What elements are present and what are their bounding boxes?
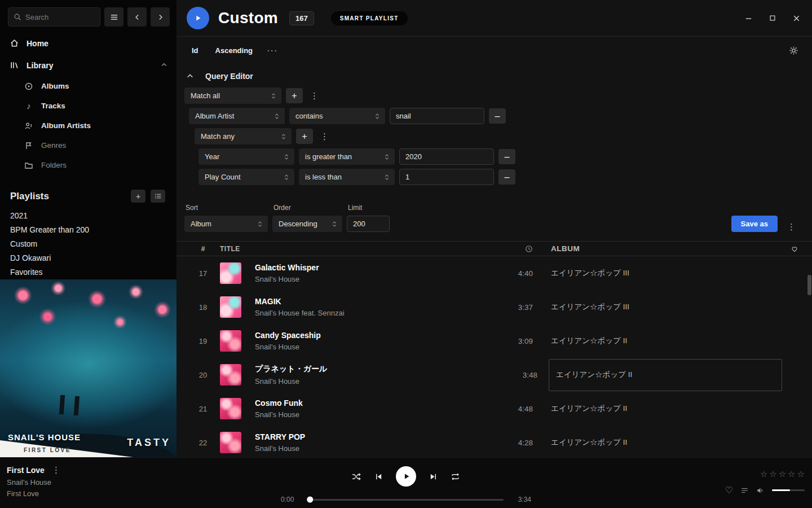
table-row[interactable]: 17 Galactic Whisper Snail's House 4:40 エ… bbox=[176, 256, 812, 290]
seek-handle[interactable] bbox=[307, 497, 313, 503]
search-box[interactable] bbox=[8, 7, 100, 27]
add-rule-button[interactable]: + bbox=[286, 88, 303, 103]
playlist-header: Custom 167 SMART PLAYLIST bbox=[176, 0, 812, 37]
track-duration: 3:37 bbox=[499, 303, 533, 312]
remove-rule-button[interactable]: – bbox=[498, 169, 515, 185]
minus-icon: – bbox=[505, 173, 510, 182]
track-album[interactable]: エイリアン☆ポップ II bbox=[551, 336, 782, 346]
column-album[interactable]: ALBUM bbox=[551, 244, 782, 253]
scrollbar-thumb[interactable] bbox=[807, 275, 811, 295]
column-number[interactable]: # bbox=[193, 245, 213, 253]
sort-order-button[interactable]: Ascending bbox=[215, 46, 253, 55]
playlist-item[interactable]: 2021 bbox=[0, 208, 176, 222]
now-playing-artwork[interactable]: SNAIL'S HOUSE FIRST LOVE TASTY bbox=[0, 279, 176, 457]
plus-icon: + bbox=[292, 91, 297, 100]
shuffle-button[interactable] bbox=[352, 472, 361, 481]
sidebar-item-label: Album Artists bbox=[41, 121, 91, 130]
playlist-list-button[interactable] bbox=[151, 190, 165, 203]
playlist-item[interactable]: BPM Greater than 200 bbox=[0, 222, 176, 237]
root-match-select[interactable]: Match all bbox=[184, 87, 281, 104]
column-favorite[interactable] bbox=[782, 245, 806, 253]
rule-value-input[interactable] bbox=[390, 108, 484, 124]
home-icon bbox=[9, 38, 19, 48]
rule-operator-select[interactable]: is greater than bbox=[299, 148, 395, 165]
play-pause-button[interactable] bbox=[396, 466, 416, 487]
track-album[interactable]: エイリアン☆ポップ III bbox=[551, 302, 782, 312]
rule-group-menu-button[interactable]: ⋮ bbox=[307, 91, 321, 101]
sidebar-item-label: Library bbox=[27, 61, 53, 70]
star-icon[interactable]: ☆ bbox=[769, 469, 776, 479]
column-title[interactable]: TITLE bbox=[220, 245, 499, 253]
sort-select[interactable]: Album bbox=[184, 216, 268, 232]
column-duration[interactable] bbox=[499, 245, 533, 253]
sidebar-item-library[interactable]: Library bbox=[0, 54, 176, 76]
play-playlist-button[interactable] bbox=[187, 7, 209, 29]
favorite-button[interactable]: ♡ bbox=[725, 485, 733, 496]
playlist-item[interactable]: Custom bbox=[0, 237, 176, 251]
track-album[interactable]: エイリアン☆ポップ II bbox=[551, 437, 782, 448]
table-row[interactable]: 19 Candy Spaceship Snail's House 3:09 エイ… bbox=[176, 324, 812, 358]
sidebar-item-genres[interactable]: Genres bbox=[0, 135, 176, 155]
save-as-button[interactable]: Save as bbox=[731, 216, 778, 232]
track-album-focused-cell[interactable]: エイリアン☆ポップ II bbox=[549, 359, 782, 391]
sidebar-item-tracks[interactable]: ♪ Tracks bbox=[0, 96, 176, 116]
sidebar-item-albums[interactable]: Albums bbox=[0, 76, 176, 96]
playlist-item[interactable]: DJ Okawari bbox=[0, 251, 176, 265]
star-icon[interactable]: ☆ bbox=[760, 469, 767, 479]
maximize-button[interactable] bbox=[769, 14, 776, 23]
query-rule-row: Album Artist contains – bbox=[176, 108, 812, 124]
sidebar-item-folders[interactable]: Folders bbox=[0, 155, 176, 175]
rule-value-input[interactable] bbox=[399, 148, 494, 165]
queue-button[interactable] bbox=[740, 487, 749, 494]
repeat-button[interactable] bbox=[451, 472, 460, 481]
volume-slider[interactable] bbox=[772, 489, 805, 491]
next-button[interactable] bbox=[429, 472, 438, 481]
rule-group-menu-button[interactable]: ⋮ bbox=[317, 132, 332, 142]
order-select[interactable]: Descending bbox=[272, 216, 342, 232]
track-album[interactable]: エイリアン☆ポップ II bbox=[551, 404, 782, 414]
rule-value-input[interactable] bbox=[399, 169, 494, 185]
limit-input[interactable] bbox=[347, 216, 390, 232]
save-menu-button[interactable]: ⋮ bbox=[784, 222, 798, 232]
nav-back-button[interactable] bbox=[127, 7, 147, 27]
chevron-up-icon[interactable] bbox=[161, 61, 167, 70]
star-icon[interactable]: ☆ bbox=[779, 469, 786, 479]
sidebar-item-home[interactable]: Home bbox=[0, 32, 176, 54]
track-count-badge: 167 bbox=[289, 11, 314, 25]
add-playlist-button[interactable]: + bbox=[131, 190, 145, 203]
add-rule-button[interactable]: + bbox=[296, 129, 313, 144]
collapse-query-editor-button[interactable] bbox=[186, 72, 194, 80]
rule-field-select[interactable]: Year bbox=[198, 148, 294, 165]
now-playing-title: First Love bbox=[7, 466, 45, 475]
rule-operator-select[interactable]: is less than bbox=[299, 169, 395, 185]
more-options-button[interactable]: ··· bbox=[267, 46, 278, 55]
seek-slider[interactable] bbox=[308, 499, 504, 501]
table-row[interactable]: 20 プラネット・ガール Snail's House 3:48 エイリアン☆ポッ… bbox=[176, 358, 812, 392]
menu-button[interactable] bbox=[104, 7, 123, 27]
now-playing-menu-button[interactable]: ⋮ bbox=[52, 465, 60, 475]
previous-button[interactable] bbox=[374, 472, 383, 481]
volume-icon[interactable] bbox=[756, 487, 765, 494]
playlist-item[interactable]: Favorites bbox=[0, 265, 176, 279]
rule-operator-select[interactable]: contains bbox=[289, 108, 385, 124]
star-icon[interactable]: ☆ bbox=[797, 469, 805, 479]
rule-field-select[interactable]: Album Artist bbox=[189, 108, 285, 124]
group-match-select[interactable]: Match any bbox=[195, 128, 292, 144]
table-row[interactable]: 21 Cosmo Funk Snail's House 4:48 エイリアン☆ポ… bbox=[176, 392, 812, 426]
nav-forward-button[interactable] bbox=[151, 7, 170, 27]
minimize-button[interactable] bbox=[744, 14, 753, 23]
remove-rule-button[interactable]: – bbox=[489, 108, 506, 124]
rule-field-select[interactable]: Play Count bbox=[198, 169, 294, 185]
now-playing-album: First Love bbox=[7, 489, 60, 498]
search-input[interactable] bbox=[25, 13, 95, 21]
close-button[interactable] bbox=[792, 14, 801, 23]
settings-button[interactable] bbox=[789, 46, 798, 55]
table-row[interactable]: 22 STARRY POP Snail's House 4:28 エイリアン☆ポ… bbox=[176, 426, 812, 457]
heart-icon bbox=[791, 245, 798, 253]
sort-field-button[interactable]: Id bbox=[192, 46, 198, 55]
sidebar-item-album-artists[interactable]: Album Artists bbox=[0, 116, 176, 135]
star-icon[interactable]: ☆ bbox=[788, 469, 795, 479]
track-album[interactable]: エイリアン☆ポップ III bbox=[551, 268, 782, 278]
table-row[interactable]: 18 MAGIK Snail's House feat. Sennzai 3:3… bbox=[176, 290, 812, 324]
remove-rule-button[interactable]: – bbox=[498, 149, 515, 164]
